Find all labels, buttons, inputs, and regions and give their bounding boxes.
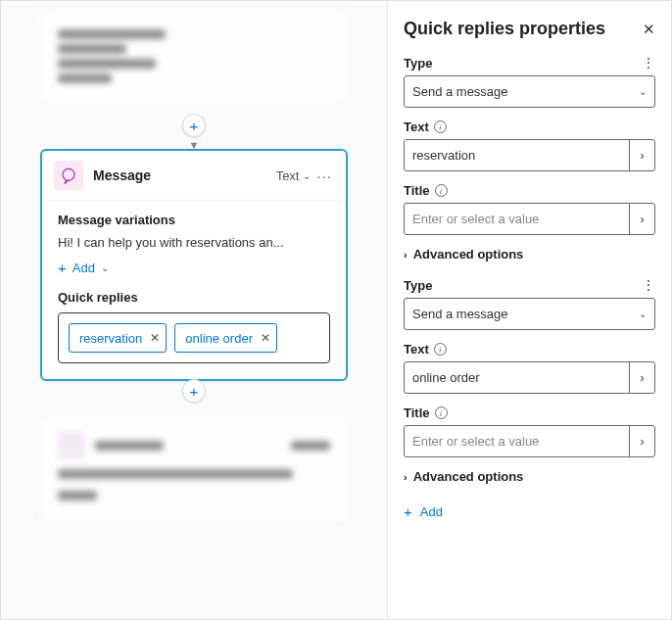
info-icon[interactable]: i bbox=[434, 343, 447, 356]
expand-button[interactable]: › bbox=[629, 426, 654, 456]
info-icon[interactable]: i bbox=[435, 184, 448, 197]
variation-preview[interactable]: Hi! I can help you with reservations an.… bbox=[58, 235, 330, 250]
node-title: Message bbox=[93, 167, 266, 183]
workspace: + ▼ Message Text ⌄ ··· Message variation… bbox=[0, 0, 672, 620]
message-node-header: Message Text ⌄ ··· bbox=[42, 151, 346, 201]
chevron-right-icon: › bbox=[404, 249, 408, 261]
advanced-options-toggle[interactable]: › Advanced options bbox=[404, 469, 655, 484]
add-variation-label: Add bbox=[72, 261, 95, 275]
type-label: Type bbox=[404, 56, 432, 71]
add-label: Add bbox=[420, 504, 443, 519]
svg-point-0 bbox=[63, 168, 74, 180]
remove-chip-icon[interactable]: ✕ bbox=[150, 331, 160, 345]
text-label: Text bbox=[404, 119, 429, 134]
title-placeholder: Enter or select a value bbox=[412, 212, 539, 226]
authoring-canvas: + ▼ Message Text ⌄ ··· Message variation… bbox=[1, 1, 387, 619]
chip-label: online order bbox=[185, 331, 253, 346]
reply-more-menu[interactable]: ⋮ bbox=[642, 55, 655, 71]
expand-button[interactable]: › bbox=[629, 362, 654, 393]
info-icon[interactable]: i bbox=[434, 120, 447, 133]
add-node-button[interactable]: + bbox=[182, 114, 206, 137]
title-field-label: Title bbox=[404, 183, 430, 198]
type-label: Type bbox=[404, 278, 432, 293]
chevron-down-icon[interactable]: ⌄ bbox=[303, 170, 311, 181]
chevron-down-icon: ⌄ bbox=[639, 86, 647, 97]
close-panel-button[interactable]: ✕ bbox=[643, 21, 655, 38]
chevron-down-icon: ⌄ bbox=[101, 262, 109, 273]
blurred-trigger-node bbox=[40, 11, 348, 104]
type-value: Send a message bbox=[412, 84, 508, 99]
node-connector: + bbox=[40, 379, 348, 403]
add-quick-reply-button[interactable]: + Add bbox=[404, 500, 655, 524]
advanced-label: Advanced options bbox=[413, 469, 524, 484]
text-label: Text bbox=[404, 342, 429, 357]
title-placeholder: Enter or select a value bbox=[412, 434, 539, 449]
text-input[interactable]: reservation › bbox=[404, 139, 655, 171]
title-input[interactable]: Enter or select a value › bbox=[404, 425, 655, 457]
properties-panel: Quick replies properties ✕ Type ⋮ Send a… bbox=[387, 1, 671, 619]
variations-label: Message variations bbox=[58, 213, 330, 227]
arrow-down-icon: ▼ bbox=[189, 139, 200, 151]
info-icon[interactable]: i bbox=[435, 406, 448, 419]
quick-replies-label: Quick replies bbox=[58, 290, 330, 305]
plus-icon: + bbox=[58, 260, 67, 276]
text-value: reservation bbox=[412, 148, 475, 163]
node-more-menu[interactable]: ··· bbox=[314, 167, 334, 184]
quick-reply-chip[interactable]: online order ✕ bbox=[174, 323, 277, 353]
quick-reply-group: Type ⋮ Send a message ⌄ Text i online or… bbox=[404, 277, 655, 484]
title-field-label: Title bbox=[404, 405, 430, 420]
type-value: Send a message bbox=[412, 307, 508, 321]
plus-icon: + bbox=[404, 503, 412, 520]
text-input[interactable]: online order › bbox=[404, 361, 655, 394]
advanced-options-toggle[interactable]: › Advanced options bbox=[404, 247, 655, 262]
output-mode-label[interactable]: Text bbox=[276, 168, 300, 183]
message-node-body: Message variations Hi! I can help you wi… bbox=[42, 201, 346, 379]
chip-label: reservation bbox=[79, 331, 142, 346]
remove-chip-icon[interactable]: ✕ bbox=[261, 331, 270, 345]
quick-reply-group: Type ⋮ Send a message ⌄ Text i reservati… bbox=[404, 55, 655, 262]
expand-button[interactable]: › bbox=[629, 140, 654, 170]
add-variation-button[interactable]: + Add ⌄ bbox=[58, 260, 330, 276]
panel-title: Quick replies properties bbox=[404, 19, 605, 39]
expand-button[interactable]: › bbox=[629, 204, 654, 234]
chevron-right-icon: › bbox=[404, 471, 408, 483]
title-input[interactable]: Enter or select a value › bbox=[404, 203, 655, 235]
blurred-next-node bbox=[40, 418, 348, 521]
add-node-button[interactable]: + bbox=[182, 379, 206, 403]
quick-reply-chip[interactable]: reservation ✕ bbox=[69, 323, 167, 353]
chevron-down-icon: ⌄ bbox=[639, 309, 647, 319]
quick-replies-box[interactable]: reservation ✕ online order ✕ bbox=[58, 312, 330, 363]
message-icon bbox=[54, 161, 83, 190]
message-node[interactable]: Message Text ⌄ ··· Message variations Hi… bbox=[40, 149, 348, 381]
type-select[interactable]: Send a message ⌄ bbox=[404, 298, 655, 330]
reply-more-menu[interactable]: ⋮ bbox=[642, 277, 655, 293]
type-select[interactable]: Send a message ⌄ bbox=[404, 75, 655, 108]
advanced-label: Advanced options bbox=[413, 247, 524, 262]
node-connector: + ▼ bbox=[40, 114, 348, 151]
text-value: online order bbox=[412, 370, 480, 385]
